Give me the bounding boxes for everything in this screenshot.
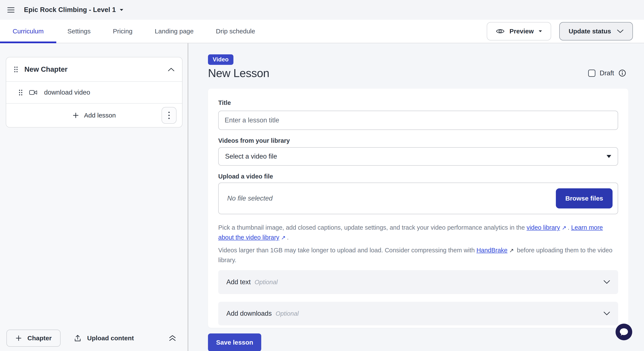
lesson-title-input[interactable] — [218, 111, 618, 130]
kebab-menu-icon — [168, 111, 170, 120]
add-text-label: Add text — [226, 278, 251, 286]
add-text-accordion[interactable]: Add text Optional — [218, 270, 618, 294]
curriculum-sidebar: New Chapter download video — [0, 43, 188, 351]
chapter-footer: Add lesson — [6, 104, 182, 127]
lesson-title: download video — [44, 88, 90, 96]
content: New Chapter download video — [0, 43, 644, 351]
tab-drip-schedule[interactable]: Drip schedule — [205, 20, 266, 43]
tab-curriculum[interactable]: Curriculum — [0, 20, 56, 43]
optional-label: Optional — [276, 310, 299, 317]
optional-label: Optional — [254, 279, 278, 286]
external-link-icon: ↗ — [509, 246, 514, 255]
tab-settings[interactable]: Settings — [56, 20, 102, 43]
browse-files-button[interactable]: Browse files — [556, 188, 612, 208]
upload-content-button[interactable]: Upload content — [74, 334, 134, 342]
title-label: Title — [218, 99, 618, 106]
video-camera-icon — [29, 90, 38, 96]
video-select[interactable]: Select a video file — [218, 147, 618, 166]
toolbar-actions: Preview Update status — [487, 20, 644, 43]
sidebar-footer: Chapter Upload content — [0, 328, 188, 348]
help-text: Pick a thumbnail image, add closed capti… — [218, 224, 526, 231]
heading-row: New Lesson Draft — [208, 66, 628, 80]
help-text: . — [568, 224, 571, 231]
tabs: Curriculum Settings Pricing Landing page… — [0, 20, 266, 43]
app: Epic Rock Climbing - Level 1 Curriculum … — [0, 0, 644, 351]
chapter-title: New Chapter — [24, 65, 68, 74]
handbrake-link[interactable]: HandBrake — [476, 247, 508, 254]
external-link-icon: ↗ — [562, 223, 566, 233]
add-downloads-accordion[interactable]: Add downloads Optional — [218, 302, 618, 325]
add-chapter-label: Chapter — [28, 334, 52, 342]
video-select-value: Select a video file — [225, 152, 277, 160]
help-text: . — [287, 234, 288, 241]
chevron-up-icon[interactable] — [168, 68, 174, 71]
chevron-down-icon — [617, 30, 624, 33]
draft-checkbox[interactable] — [588, 70, 596, 77]
preview-button-label: Preview — [510, 28, 534, 35]
eye-icon — [496, 28, 505, 34]
top-bar: Epic Rock Climbing - Level 1 — [0, 0, 644, 20]
add-downloads-label: Add downloads — [226, 310, 272, 318]
caret-down-icon — [538, 30, 542, 32]
course-switcher[interactable]: Epic Rock Climbing - Level 1 — [24, 6, 124, 14]
draft-label: Draft — [600, 69, 614, 77]
tab-pricing[interactable]: Pricing — [102, 20, 144, 43]
plus-icon — [16, 335, 22, 341]
update-status-label: Update status — [569, 28, 611, 35]
video-help-text: Pick a thumbnail image, add closed capti… — [218, 223, 618, 242]
hamburger-menu-icon[interactable] — [7, 7, 14, 13]
video-library-link[interactable]: video library — [526, 224, 560, 231]
preview-button[interactable]: Preview — [487, 22, 551, 40]
help-text: Videos larger than 1GB may take longer t… — [218, 247, 476, 254]
upload-content-label: Upload content — [87, 334, 134, 342]
video-library-field: Videos from your library Select a video … — [218, 137, 618, 166]
tab-bar: Curriculum Settings Pricing Landing page… — [0, 20, 644, 43]
lesson-form-card: Title Videos from your library Select a … — [208, 88, 628, 328]
lesson-editor: Video New Lesson Draft Title Videos f — [188, 43, 644, 351]
add-chapter-button[interactable]: Chapter — [6, 330, 60, 347]
file-upload-box: No file selected Browse files — [218, 182, 618, 214]
plus-icon — [72, 112, 79, 118]
add-lesson-button[interactable]: Add lesson — [72, 112, 116, 119]
tab-landing-page[interactable]: Landing page — [144, 20, 205, 43]
chapter-card: New Chapter download video — [6, 57, 182, 128]
lesson-type-badge: Video — [208, 54, 234, 65]
chevron-down-icon — [604, 280, 610, 284]
lesson-item[interactable]: download video — [6, 82, 182, 103]
add-lesson-label: Add lesson — [84, 112, 116, 119]
caret-down-icon — [120, 9, 124, 11]
external-link-icon: ↗ — [281, 233, 286, 242]
chevron-down-icon — [604, 312, 610, 316]
chat-widget-button[interactable] — [616, 324, 632, 340]
title-field: Title — [218, 99, 618, 130]
no-file-text: No file selected — [227, 194, 272, 202]
video-library-label: Videos from your library — [218, 137, 618, 144]
drag-handle-icon[interactable] — [18, 89, 23, 96]
draft-toggle-group: Draft — [588, 69, 626, 77]
upload-field: Upload a video file No file selected Bro… — [218, 173, 618, 214]
info-icon[interactable] — [618, 69, 626, 77]
caret-down-icon — [606, 155, 611, 158]
page-title: New Lesson — [208, 66, 269, 80]
course-title: Epic Rock Climbing - Level 1 — [24, 6, 116, 14]
compression-help-text: Videos larger than 1GB may take longer t… — [218, 246, 618, 265]
upload-icon — [74, 334, 82, 342]
upload-label: Upload a video file — [218, 173, 618, 180]
chat-bubble-icon — [619, 328, 629, 336]
save-lesson-button[interactable]: Save lesson — [208, 334, 261, 351]
double-chevron-up-icon[interactable] — [169, 335, 176, 341]
drag-handle-icon[interactable] — [14, 66, 18, 73]
chapter-options-button[interactable] — [162, 107, 176, 124]
update-status-button[interactable]: Update status — [559, 22, 633, 40]
chapter-header: New Chapter — [6, 57, 182, 81]
